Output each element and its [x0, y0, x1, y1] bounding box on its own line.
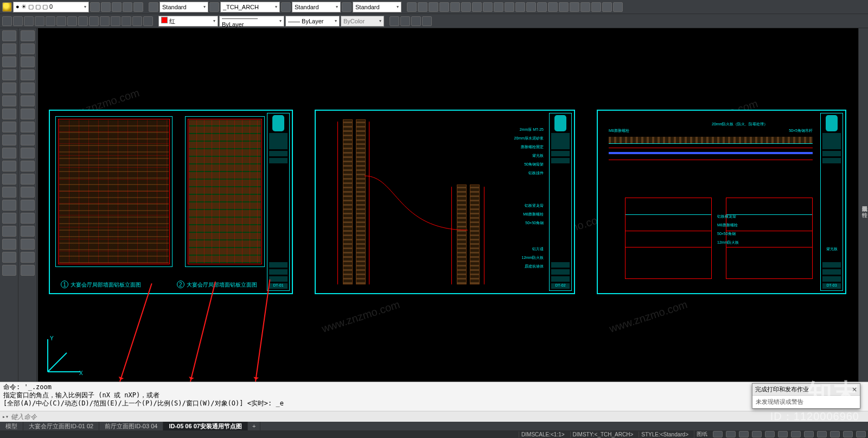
text-tool[interactable] [2, 213, 16, 224]
stretch-tool[interactable] [21, 96, 35, 106]
draw-tool[interactable] [2, 265, 16, 276]
right-panel-collapsed[interactable]: 图纸集管理器 特性 [858, 28, 868, 382]
scale-tool[interactable] [21, 82, 35, 93]
layer-tool-icon[interactable] [90, 2, 100, 12]
dim-tool-icon[interactable] [78, 16, 88, 26]
dim-tool-icon[interactable] [2, 16, 12, 26]
std-tool-icon[interactable] [537, 2, 547, 12]
point-tool[interactable] [2, 148, 16, 158]
dim-tool-icon[interactable] [24, 16, 34, 26]
status-toggle[interactable] [830, 431, 840, 437]
std-tool-icon[interactable] [505, 2, 514, 12]
mtext-tool[interactable] [2, 226, 16, 237]
std-tool-icon[interactable] [548, 2, 558, 12]
modify-tool[interactable] [21, 239, 35, 250]
status-toggle[interactable] [817, 431, 827, 437]
std-tool-icon[interactable] [472, 2, 482, 12]
rotate-tool[interactable] [21, 56, 35, 67]
pline-tool[interactable] [2, 43, 16, 54]
tab-model[interactable]: 模型 [0, 422, 23, 430]
extend-tool[interactable] [21, 122, 35, 132]
text-style-dropdown[interactable]: Standard ▾ [159, 2, 208, 12]
fillet-tool[interactable] [21, 148, 35, 158]
status-toggle[interactable] [739, 431, 749, 437]
status-toggle[interactable] [752, 431, 762, 437]
draw-tool[interactable] [2, 252, 16, 263]
status-paper[interactable]: 图纸 [694, 430, 710, 438]
layer-tool-icon[interactable] [133, 2, 143, 12]
status-toggle[interactable] [843, 431, 853, 437]
dim-tool-icon[interactable] [89, 16, 99, 26]
status-toggle[interactable] [778, 431, 788, 437]
status-dimsty[interactable]: DIMSTY:<_TCH_ARCH> [570, 431, 636, 437]
hatch-tool[interactable] [2, 122, 16, 132]
modify-tool[interactable] [21, 265, 35, 276]
arc-tool[interactable] [2, 69, 16, 80]
dim-tool-icon[interactable] [13, 16, 23, 26]
status-toggle[interactable] [765, 431, 775, 437]
line-tool[interactable] [2, 30, 16, 41]
mirror-tool[interactable] [21, 69, 35, 80]
prop-tool-icon[interactable] [422, 16, 432, 26]
dim-style-dropdown[interactable]: _TCH_ARCH ▾ [220, 2, 280, 12]
dim-tool-icon[interactable] [35, 16, 44, 26]
layer-dropdown[interactable]: ● ☀ ▢ ▢ ▢ 0 ▾ [13, 2, 89, 12]
std-tool-icon[interactable] [429, 2, 438, 12]
color-dropdown[interactable]: 红 ▾ [158, 16, 218, 27]
dim-tool-icon[interactable] [56, 16, 66, 26]
modify-tool[interactable] [21, 213, 35, 224]
array-tool[interactable] [21, 174, 35, 185]
dim-tool-icon[interactable] [46, 16, 55, 26]
status-toggle[interactable] [804, 431, 814, 437]
circle-tool[interactable] [2, 56, 16, 67]
rect-tool[interactable] [2, 82, 16, 93]
std-tool-icon[interactable] [439, 2, 449, 12]
tab-layout-1[interactable]: 大宴会厅立面图ID-01 02 [23, 422, 99, 430]
status-style[interactable]: STYLE:<Standard> [639, 431, 691, 437]
dim-tool-icon[interactable] [100, 16, 110, 26]
std-tool-icon[interactable] [494, 2, 503, 12]
std-tool-icon[interactable] [526, 2, 536, 12]
status-toggle[interactable] [856, 431, 866, 437]
std-tool-icon[interactable] [418, 2, 427, 12]
region-tool[interactable] [2, 200, 16, 211]
table-style-dropdown[interactable]: Standard ▾ [353, 2, 401, 12]
status-toggle[interactable] [726, 431, 736, 437]
std-tool-icon[interactable] [580, 2, 590, 12]
table-tool[interactable] [2, 187, 16, 198]
trim-tool[interactable] [21, 109, 35, 119]
std-tool-icon[interactable] [613, 2, 623, 12]
dim-tool-icon[interactable] [132, 16, 142, 26]
ellipse-tool[interactable] [2, 109, 16, 119]
spline-tool[interactable] [2, 135, 16, 145]
explode-tool[interactable] [21, 200, 35, 211]
mleader-style-icon[interactable] [281, 2, 291, 12]
linetype-dropdown[interactable]: —————— ByLayer ▾ [219, 16, 284, 27]
std-tool-icon[interactable] [407, 2, 417, 12]
layer-tool-icon[interactable] [112, 2, 122, 12]
std-tool-icon[interactable] [515, 2, 525, 12]
layer-states-icon[interactable] [2, 2, 12, 12]
prop-tool-icon[interactable] [390, 16, 399, 26]
std-tool-icon[interactable] [570, 2, 579, 12]
model-viewport[interactable]: www.znzmo.com www.znzmo.com www.znzmo.co… [38, 28, 858, 382]
insert-tool[interactable] [2, 174, 16, 185]
erase-tool[interactable] [21, 187, 35, 198]
copy-tool[interactable] [21, 43, 35, 54]
layer-tool-icon[interactable] [123, 2, 132, 12]
chamfer-tool[interactable] [21, 161, 35, 172]
mleader-style-dropdown[interactable]: Standard ▾ [292, 2, 341, 12]
tab-layout-3[interactable]: ID-05 06 07安装通用节点图 [163, 422, 247, 430]
dim-style-icon[interactable] [209, 2, 219, 12]
layer-tool-icon[interactable] [101, 2, 111, 12]
status-toggle[interactable] [713, 431, 723, 437]
std-tool-icon[interactable] [559, 2, 569, 12]
table-style-icon[interactable] [342, 2, 352, 12]
modify-tool[interactable] [21, 252, 35, 263]
lineweight-dropdown[interactable]: —— ByLayer ▾ [285, 16, 340, 27]
std-tool-icon[interactable] [461, 2, 471, 12]
close-icon[interactable]: ✕ [852, 386, 857, 393]
text-style-icon[interactable] [149, 2, 158, 12]
dim-tool-icon[interactable] [122, 16, 131, 26]
dim-tool-icon[interactable] [143, 16, 153, 26]
